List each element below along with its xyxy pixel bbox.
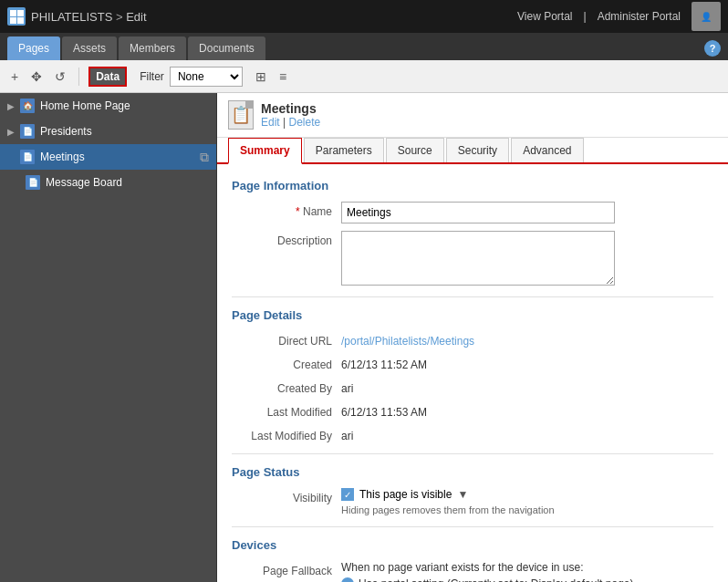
- created-label: Created: [232, 355, 341, 371]
- header-right: View Portal | Administer Portal 👤: [517, 2, 721, 31]
- tab-advanced[interactable]: Advanced: [511, 138, 583, 162]
- dropdown-arrow-icon[interactable]: ▼: [457, 488, 468, 501]
- divider-3: [232, 526, 713, 527]
- content-header: 📋 Meetings Edit | Delete: [217, 93, 728, 138]
- arrow-icon: ▶: [7, 127, 16, 137]
- last-modified-label: Last Modified: [232, 402, 341, 419]
- last-modified-value: 6/12/13 11:53 AM: [341, 402, 713, 419]
- edit-link[interactable]: Edit: [261, 116, 280, 129]
- sidebar-item-presidents[interactable]: ▶ 📄 Presidents: [0, 119, 216, 144]
- home-page-icon: 🏠: [20, 99, 35, 113]
- created-by-label: Created By: [232, 379, 341, 395]
- toolbar-separator: [78, 68, 79, 86]
- page-details-title: Page Details: [232, 308, 713, 322]
- refresh-button[interactable]: ↺: [51, 68, 69, 86]
- description-textarea[interactable]: [341, 231, 615, 286]
- tab-security[interactable]: Security: [446, 138, 509, 162]
- description-row: Description: [232, 231, 713, 286]
- radio-portal-setting[interactable]: Use portal setting (Currently set to: Di…: [341, 577, 633, 582]
- sidebar: ▶ 🏠 Home Home Page ▶ 📄 Presidents ▶ 📄 Me…: [0, 93, 217, 582]
- arrow-icon: ▶: [7, 101, 16, 111]
- filter-select[interactable]: None: [170, 67, 243, 87]
- page-status-title: Page Status: [232, 465, 713, 479]
- visibility-row: Visibility ✓ This page is visible ▼ Hidi…: [232, 488, 713, 515]
- nav-separator: |: [584, 10, 587, 23]
- presidents-page-icon: 📄: [20, 124, 35, 139]
- page-title-area: Meetings Edit | Delete: [261, 101, 320, 129]
- app-logo: [7, 7, 26, 26]
- created-by-row: Created By ari: [232, 379, 713, 395]
- fallback-options: When no page variant exists for the devi…: [341, 561, 633, 582]
- data-button[interactable]: Data: [88, 67, 127, 87]
- sidebar-presidents-label: Presidents: [40, 125, 92, 138]
- copy-icon[interactable]: ⧉: [200, 150, 209, 165]
- visibility-checkbox[interactable]: ✓: [341, 488, 354, 501]
- sidebar-item-messageboard[interactable]: 📄 Message Board: [0, 170, 216, 195]
- sidebar-item-home[interactable]: ▶ 🏠 Home Home Page: [0, 93, 216, 119]
- messageboard-page-icon: 📄: [26, 175, 40, 190]
- created-row: Created 6/12/13 11:52 AM: [232, 355, 713, 371]
- divider-1: [232, 296, 713, 297]
- visibility-control: ✓ This page is visible ▼ Hiding pages re…: [341, 488, 555, 515]
- main-area: ▶ 🏠 Home Home Page ▶ 📄 Presidents ▶ 📄 Me…: [0, 93, 728, 582]
- tab-summary[interactable]: Summary: [228, 138, 302, 164]
- created-value: 6/12/13 11:52 AM: [341, 355, 713, 371]
- page-file-icon: 📋: [228, 100, 254, 130]
- delete-link[interactable]: Delete: [289, 116, 321, 129]
- sidebar-home-label: Home Home Page: [40, 99, 130, 112]
- devices-title: Devices: [232, 538, 713, 552]
- sidebar-item-meetings[interactable]: ▶ 📄 Meetings ⧉: [0, 144, 216, 170]
- visibility-row-inner: ✓ This page is visible ▼: [341, 488, 555, 501]
- visibility-text: This page is visible: [359, 488, 452, 501]
- name-input[interactable]: [341, 202, 615, 223]
- last-modified-by-value: ari: [341, 426, 713, 442]
- last-modified-row: Last Modified 6/12/13 11:53 AM: [232, 402, 713, 419]
- page-title: Meetings: [261, 101, 320, 116]
- url-row: Direct URL /portal/Philatelists/Meetings: [232, 331, 713, 348]
- divider-2: [232, 453, 713, 454]
- tab-assets[interactable]: Assets: [62, 36, 117, 60]
- description-label: Description: [232, 231, 341, 247]
- created-by-value: ari: [341, 379, 713, 395]
- tab-pages[interactable]: Pages: [7, 36, 60, 60]
- link-sep: |: [283, 116, 286, 129]
- tab-source[interactable]: Source: [386, 138, 444, 162]
- add-button[interactable]: +: [7, 68, 22, 86]
- url-label: Direct URL: [232, 331, 341, 348]
- sidebar-messageboard-label: Message Board: [46, 176, 122, 189]
- nav-bar: Pages Assets Members Documents ?: [0, 33, 728, 60]
- app-header: PHILATELISTS > Edit View Portal | Admini…: [0, 0, 728, 33]
- visibility-label: Visibility: [232, 488, 341, 504]
- tab-documents[interactable]: Documents: [188, 36, 265, 60]
- radio-dot-portal[interactable]: [341, 577, 354, 582]
- page-information-title: Page Information: [232, 179, 713, 192]
- help-icon[interactable]: ?: [704, 40, 721, 57]
- filter-label: Filter: [140, 70, 164, 83]
- tab-parameters[interactable]: Parameters: [304, 138, 384, 162]
- header-title: PHILATELISTS > Edit: [31, 10, 147, 24]
- content-area: 📋 Meetings Edit | Delete Summary Paramet…: [217, 93, 728, 582]
- toolbar: + ✥ ↺ Data Filter None ⊞ ≡: [0, 60, 728, 93]
- summary-content: Page Information * Name Description Page…: [217, 164, 728, 582]
- nav-right-area: ?: [704, 40, 721, 60]
- administer-portal-link[interactable]: Administer Portal: [598, 10, 681, 23]
- tab-bar: Summary Parameters Source Security Advan…: [217, 138, 728, 164]
- last-modified-by-label: Last Modified By: [232, 426, 341, 442]
- fallback-row: Page Fallback When no page variant exist…: [232, 561, 713, 582]
- url-value[interactable]: /portal/Philatelists/Meetings: [341, 331, 474, 348]
- name-label: * Name: [232, 202, 341, 218]
- column-view-button[interactable]: ⊞: [252, 68, 270, 86]
- move-button[interactable]: ✥: [27, 68, 46, 86]
- meetings-page-icon: 📄: [20, 150, 35, 164]
- fallback-desc: When no page variant exists for the devi…: [341, 561, 633, 574]
- name-row: * Name: [232, 202, 713, 223]
- tab-members[interactable]: Members: [119, 36, 186, 60]
- sidebar-meetings-label: Meetings: [40, 151, 85, 163]
- view-portal-link[interactable]: View Portal: [517, 10, 572, 23]
- required-star: *: [296, 205, 303, 218]
- visibility-note: Hiding pages removes them from the navig…: [341, 504, 555, 515]
- page-links: Edit | Delete: [261, 116, 320, 129]
- list-view-button[interactable]: ≡: [276, 68, 290, 86]
- last-modified-by-row: Last Modified By ari: [232, 426, 713, 442]
- avatar: 👤: [692, 2, 721, 31]
